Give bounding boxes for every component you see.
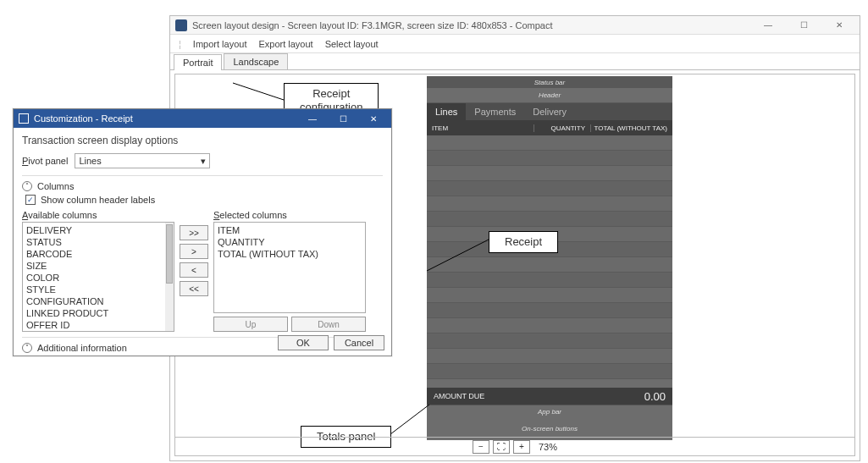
select-layout-button[interactable]: Select layout [325,39,379,49]
list-item [427,135,672,151]
checkbox-icon[interactable]: ✓ [25,195,36,205]
list-item [427,273,672,288]
down-button[interactable]: Down [291,317,366,332]
list-item [427,181,672,196]
dialog-icon [19,113,29,124]
tab-portrait[interactable]: Portrait [174,54,222,70]
dialog-body: Transaction screen display options Pivot… [14,128,391,360]
list-item [427,364,672,379]
list-item [427,303,672,318]
list-item[interactable]: SIZE [23,260,165,272]
expand-down-icon: ˅ [22,343,32,353]
move-all-right-button[interactable]: >> [180,225,208,240]
callout-receipt: Receipt [489,231,558,253]
receipt-tab-payments[interactable]: Payments [466,103,524,120]
move-all-left-button[interactable]: << [180,281,208,296]
zoom-out-button[interactable]: − [473,440,489,454]
orientation-tabs: Portrait Landscape [170,53,860,70]
receipt-tabstrip: Lines Payments Delivery [427,103,672,120]
toolbar-sep-icon: ¦ [179,39,181,49]
columns-header-label: Columns [37,181,74,191]
receipt-tab-delivery[interactable]: Delivery [524,103,575,120]
list-item[interactable]: DELIVERY [23,224,165,236]
dialog-titlebar: Customization - Receipt — ☐ ✕ [14,109,391,128]
pivot-panel-label: Pivot panel [22,156,68,166]
list-item[interactable]: COLOR [23,272,165,284]
list-item[interactable]: STATUS [23,236,165,248]
list-item[interactable]: ITEM [214,224,365,236]
minimize-icon[interactable]: — [753,19,783,32]
list-item[interactable]: CONFIGURATION [23,295,165,307]
list-item[interactable]: ORIGINAL PRICE [23,331,165,332]
app-icon [175,19,187,31]
receipt-rows [427,135,672,388]
totals-panel[interactable]: AMOUNT DUE 0.00 [427,388,672,405]
col-qty: QUANTITY [534,124,591,132]
shuttle-buttons: >> > < << [180,225,208,332]
dialog-footer: OK Cancel [278,335,384,350]
col-total: TOTAL (WITHOUT TAX) [591,124,672,132]
list-item [427,349,672,364]
additional-info-label: Additional information [37,343,127,353]
scrollbar-thumb[interactable] [166,224,173,284]
list-item [427,166,672,181]
reorder-buttons: Up Down [213,317,366,332]
columns-area: Available columns DELIVERYSTATUSBARCODES… [22,210,383,332]
close-icon[interactable]: ✕ [824,19,854,32]
tab-landscape[interactable]: Landscape [224,53,288,69]
dialog-heading: Transaction screen display options [22,135,383,146]
import-layout-button[interactable]: Import layout [193,39,247,49]
designer-titlebar: Screen layout design - Screen layout ID:… [170,16,860,35]
device-header: Header [427,88,672,103]
amount-due-value: 0.00 [644,390,666,403]
device-appbar: App bar [427,405,672,418]
list-item [427,257,672,273]
svg-line-1 [233,83,284,100]
list-item[interactable]: TOTAL (WITHOUT TAX) [214,248,365,260]
up-button[interactable]: Up [213,317,288,332]
list-item [427,288,672,303]
columns-section-header[interactable]: ˄ Columns [22,181,383,191]
col-item: ITEM [427,124,534,132]
amount-due-label: AMOUNT DUE [434,392,484,400]
list-item [427,212,672,227]
ok-button[interactable]: OK [278,335,329,350]
selected-columns-list[interactable]: ITEMQUANTITYTOTAL (WITHOUT TAX) [213,222,366,313]
chevron-down-icon: ▾ [201,156,206,167]
dialog-maximize-icon[interactable]: ☐ [330,114,356,124]
receipt-tab-lines[interactable]: Lines [427,103,466,120]
move-left-button[interactable]: < [180,262,208,278]
zoom-fit-button[interactable]: ⛶ [493,440,510,454]
export-layout-button[interactable]: Export layout [258,39,312,49]
cancel-button[interactable]: Cancel [334,335,384,350]
device-statusbar: Status bar [427,76,672,88]
list-item[interactable]: QUANTITY [214,236,365,248]
list-item [427,318,672,333]
collapse-up-icon: ˄ [22,181,32,191]
list-item [427,151,672,166]
dialog-minimize-icon[interactable]: — [300,114,325,124]
list-item [427,333,672,349]
maximize-icon[interactable]: ☐ [788,19,819,32]
list-item [427,196,672,212]
show-header-labels-row[interactable]: ✓ Show column header labels [25,195,383,205]
list-item[interactable]: OFFER ID [23,319,165,331]
receipt-column-header: ITEM QUANTITY TOTAL (WITHOUT TAX) [427,120,672,135]
dialog-title: Customization - Receipt [34,113,295,124]
window-title: Screen layout design - Screen layout ID:… [192,20,748,30]
list-item[interactable]: BARCODE [23,248,165,260]
list-item[interactable]: STYLE [23,284,165,295]
scrollbar[interactable] [165,223,174,331]
available-columns-list[interactable]: DELIVERYSTATUSBARCODESIZECOLORSTYLECONFI… [22,222,174,332]
pivot-panel-select[interactable]: Lines ▾ [75,153,210,168]
selected-columns-label: Selected columns [213,210,366,220]
customization-dialog: Customization - Receipt — ☐ ✕ Transactio… [13,108,392,356]
list-item[interactable]: LINKED PRODUCT [23,307,165,319]
move-right-button[interactable]: > [180,244,208,259]
pivot-panel-row: Pivot panel Lines ▾ [22,153,383,168]
available-columns-label: Available columns [22,210,174,220]
dialog-close-icon[interactable]: ✕ [361,114,386,124]
device-preview[interactable]: Status bar Header Lines Payments Deliver… [427,76,672,440]
pivot-panel-value: Lines [79,156,101,166]
zoom-in-button[interactable]: + [513,440,530,454]
